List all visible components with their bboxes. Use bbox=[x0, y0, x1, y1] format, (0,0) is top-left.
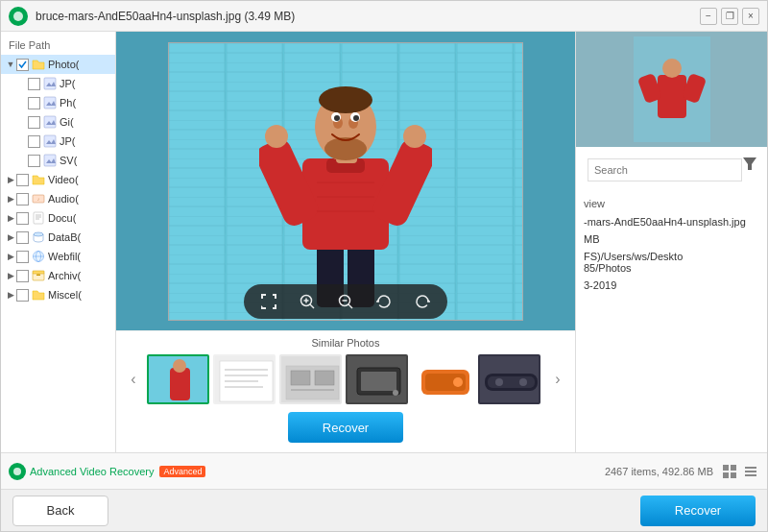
tree-label-gi: Gi( bbox=[60, 116, 74, 128]
tree-checkbox[interactable] bbox=[28, 155, 40, 167]
svg-rect-67 bbox=[361, 372, 396, 391]
right-info-panel: view -mars-AndE50aaHn4-unsplash.jpg MB F… bbox=[575, 32, 767, 452]
tree-item-misc[interactable]: ▶ Miscel( bbox=[1, 285, 115, 304]
tree-label-audio: Audio( bbox=[48, 193, 79, 205]
tree-label-misc: Miscel( bbox=[48, 289, 82, 301]
thumbnail-4[interactable] bbox=[346, 354, 408, 404]
expand-arrow bbox=[16, 97, 28, 109]
svg-rect-92 bbox=[723, 465, 729, 471]
tree-label-jpg1: JP( bbox=[60, 78, 76, 89]
svg-point-53 bbox=[173, 359, 186, 373]
tree-checkbox[interactable] bbox=[28, 97, 40, 109]
list-icon bbox=[743, 464, 758, 479]
size-value: MB bbox=[584, 233, 759, 245]
recover-bottom-button[interactable]: Recover bbox=[640, 496, 756, 526]
recover-main-button[interactable]: Recover bbox=[288, 412, 403, 443]
prev-arrow-button[interactable]: ‹ bbox=[124, 360, 143, 399]
thumb-preview-2 bbox=[215, 356, 276, 404]
filter-button[interactable] bbox=[738, 153, 761, 178]
tree-item-photos[interactable]: ▼ Photo( bbox=[1, 55, 115, 74]
action-bar: Back Recover bbox=[1, 489, 767, 531]
tree-item-jpg1[interactable]: JP( bbox=[1, 74, 115, 93]
similar-photos-title: Similar Photos bbox=[116, 337, 575, 349]
tree-item-gi[interactable]: Gi( bbox=[1, 112, 115, 132]
file-info-panel: view -mars-AndE50aaHn4-unsplash.jpg MB F… bbox=[576, 189, 767, 304]
close-button[interactable]: × bbox=[742, 8, 759, 25]
view-label-row: view bbox=[584, 197, 759, 210]
image-icon bbox=[43, 134, 57, 148]
rotate-left-button[interactable] bbox=[372, 290, 396, 313]
sidebar-header: File Path bbox=[1, 36, 115, 55]
tree-checkbox[interactable] bbox=[16, 231, 29, 244]
tree-label-sv: SV( bbox=[60, 155, 77, 166]
date-value: 3-2019 bbox=[584, 279, 759, 291]
maximize-button[interactable]: ❐ bbox=[721, 8, 738, 25]
thumbnail-3[interactable] bbox=[279, 354, 342, 404]
tree-item-db[interactable]: ▶ DataB( bbox=[1, 228, 115, 247]
thumb-preview-5 bbox=[414, 356, 474, 404]
expand-arrow: ▶ bbox=[5, 174, 16, 185]
thumbnail-5[interactable] bbox=[412, 354, 474, 404]
expand-arrow bbox=[16, 155, 28, 166]
fit-screen-button[interactable] bbox=[257, 290, 280, 313]
svg-point-39 bbox=[334, 115, 340, 121]
app-logo bbox=[9, 7, 28, 26]
tree-item-web[interactable]: ▶ Webfil( bbox=[1, 247, 115, 266]
date-row: 3-2019 bbox=[584, 279, 759, 291]
next-arrow-button[interactable]: › bbox=[548, 360, 567, 399]
tree-item-archive[interactable]: ▶ Archiv( bbox=[1, 266, 115, 285]
tree-checkbox[interactable] bbox=[16, 193, 29, 206]
back-button[interactable]: Back bbox=[12, 496, 108, 526]
advanced-video-section: Advanced Video Recovery Advanced bbox=[9, 463, 302, 480]
tree-checkbox[interactable] bbox=[16, 270, 29, 282]
svg-rect-8 bbox=[34, 212, 43, 224]
advanced-video-label[interactable]: Advanced Video Recovery bbox=[30, 466, 154, 477]
grid-view-button[interactable] bbox=[721, 463, 738, 480]
thumb-preview-6 bbox=[480, 356, 540, 404]
similar-photos-strip: ‹ bbox=[116, 354, 575, 404]
thumbnail-2[interactable] bbox=[213, 354, 276, 404]
zoom-out-button[interactable] bbox=[334, 290, 357, 313]
tree-checkbox[interactable] bbox=[28, 78, 40, 90]
tree-checkbox[interactable] bbox=[16, 174, 29, 186]
tree-item-video[interactable]: ▶ Video( bbox=[1, 170, 115, 189]
thumbnail-1[interactable] bbox=[147, 354, 209, 404]
tree-item-docs[interactable]: ▶ Docu( bbox=[1, 208, 115, 228]
svg-line-49 bbox=[348, 304, 352, 308]
svg-rect-75 bbox=[488, 376, 535, 388]
similar-thumbnails bbox=[147, 354, 544, 404]
zoom-in-button[interactable] bbox=[296, 290, 319, 313]
tree-item-jpg2[interactable]: JP( bbox=[1, 132, 115, 151]
tree-checkbox[interactable] bbox=[28, 135, 40, 148]
thumb-preview-3 bbox=[281, 356, 342, 404]
tree-item-ph[interactable]: Ph( bbox=[1, 93, 115, 112]
grid-icon bbox=[722, 464, 737, 479]
thumbnail-6[interactable] bbox=[478, 354, 540, 404]
tree-checkbox[interactable] bbox=[16, 289, 29, 302]
svg-rect-94 bbox=[723, 472, 729, 478]
tree-item-audio[interactable]: ▶ ♪ Audio( bbox=[1, 189, 115, 208]
svg-point-87 bbox=[662, 59, 682, 78]
expand-arrow: ▶ bbox=[5, 193, 16, 205]
expand-arrow: ▼ bbox=[5, 59, 16, 70]
svg-point-91 bbox=[13, 468, 21, 475]
folder-icon bbox=[32, 173, 45, 186]
list-view-button[interactable] bbox=[742, 463, 759, 480]
view-label: view bbox=[584, 198, 605, 209]
tree-item-sv[interactable]: SV( bbox=[1, 151, 115, 170]
minimize-button[interactable]: − bbox=[700, 8, 717, 25]
svg-point-40 bbox=[353, 115, 359, 121]
tree-label-jpg2: JP( bbox=[60, 135, 76, 147]
tree-checkbox[interactable] bbox=[16, 251, 29, 263]
title-bar: bruce-mars-AndE50aaHn4-unsplash.jpg (3.4… bbox=[1, 1, 767, 32]
tree-checkbox[interactable] bbox=[28, 116, 40, 129]
tree-checkbox[interactable] bbox=[16, 212, 29, 225]
svg-rect-63 bbox=[315, 371, 334, 385]
person-svg bbox=[259, 58, 432, 317]
image-icon bbox=[43, 96, 57, 109]
search-input[interactable] bbox=[588, 158, 742, 181]
image-controls-bar bbox=[244, 284, 447, 319]
similar-photos-section: Similar Photos ‹ bbox=[116, 330, 575, 452]
rotate-right-button[interactable] bbox=[411, 290, 434, 313]
tree-checkbox[interactable] bbox=[16, 59, 29, 71]
